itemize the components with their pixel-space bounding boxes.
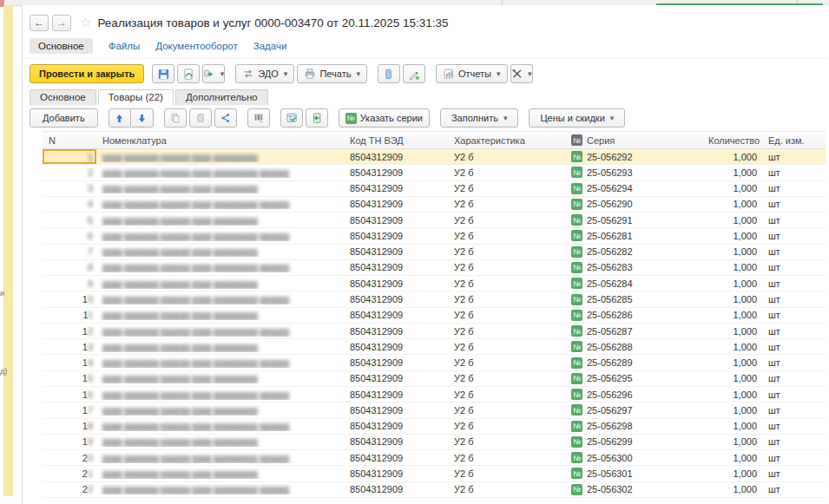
cell-series[interactable]: 25-056299 [565,436,708,448]
page-tab-tovary[interactable]: Товары (22) [98,89,174,105]
table-row[interactable]: 14████ ███████ ██████ ████ █████████ ███… [43,355,826,370]
cell-n[interactable]: 7 [43,246,96,257]
cell-nomenclature[interactable]: ████ ███████ ██████ ████ █████████ [96,436,344,447]
cell-characteristic[interactable]: У2 б [448,246,565,257]
cell-quantity[interactable]: 1,000 [708,310,762,320]
cell-tn-ved[interactable]: 8504312909 [344,310,448,320]
cell-unit[interactable]: шт [762,278,826,289]
cell-characteristic[interactable]: У2 б [448,484,565,494]
cell-nomenclature[interactable]: ████ ███████ ██████ ████ █████████ [96,215,344,226]
move-down-button[interactable] [131,108,154,128]
cell-series[interactable]: 25-056288 [565,341,708,352]
cell-tn-ved[interactable]: 8504312909 [344,152,448,162]
cell-unit[interactable]: шт [762,436,826,447]
table-row[interactable]: 16████ ███████ ██████ ████ █████████ ███… [43,387,826,403]
cell-tn-ved[interactable]: 8504312909 [344,278,448,289]
cell-series[interactable]: 25-056281 [565,230,708,241]
cell-characteristic[interactable]: У2 б [448,436,565,447]
cell-series[interactable]: 25-056284 [565,278,708,289]
cell-characteristic[interactable]: У2 б [448,278,565,289]
cell-tn-ved[interactable]: 8504312909 [344,468,448,479]
cell-characteristic[interactable]: У2 б [448,373,565,383]
cell-characteristic[interactable]: У2 б [448,199,565,209]
cell-nomenclature[interactable]: ████ ███████ ██████ ████ █████████ [96,342,344,352]
cell-unit[interactable]: шт [762,294,826,304]
cell-characteristic[interactable]: У2 б [448,357,565,368]
cell-series[interactable]: 25-056302 [565,484,708,495]
cell-quantity[interactable]: 1,000 [708,453,762,463]
cell-n[interactable]: 1 [43,149,96,164]
cell-tn-ved[interactable]: 8504312909 [344,484,448,494]
cell-tn-ved[interactable]: 8504312909 [344,405,448,416]
table-row[interactable]: 10████ ███████ ██████ ████ █████████ ███… [43,291,826,307]
cell-n[interactable]: 21 [43,468,96,479]
table-row[interactable]: 13████ ███████ ██████ ████ █████████8504… [43,339,826,355]
cell-series[interactable]: 25-056300 [565,452,708,463]
cell-tn-ved[interactable]: 8504312909 [344,453,448,463]
cell-characteristic[interactable]: У2 б [448,468,565,479]
column-header-nomenclature[interactable]: Номенклатура [96,135,344,146]
back-button[interactable] [30,15,49,31]
table-row[interactable]: 21████ ███████ ██████ ████ █████████8504… [43,466,826,481]
cell-characteristic[interactable]: У2 б [448,215,565,226]
column-header-unit[interactable]: Ед. изм. [762,135,826,146]
cell-quantity[interactable]: 1,000 [708,484,762,494]
cell-n[interactable]: 19 [43,436,96,447]
table-row[interactable]: 20████ ███████ ██████ ████ █████████ ███… [43,450,826,466]
cell-n[interactable]: 12 [43,326,96,337]
column-header-quantity[interactable]: Количество [708,135,762,146]
cell-quantity[interactable]: 1,000 [708,231,762,241]
cell-series[interactable]: 25-056286 [565,310,708,321]
cell-series[interactable]: 25-056291 [565,214,708,226]
cell-quantity[interactable]: 1,000 [708,278,762,289]
table-row[interactable]: 8████ ███████ ██████ ████ █████████ ████… [43,260,826,276]
tools-button[interactable] [510,64,533,83]
cell-series[interactable]: 25-056287 [565,325,708,337]
save-button[interactable] [152,64,174,83]
cell-series[interactable]: 25-056293 [565,167,708,178]
cell-nomenclature[interactable]: ████ ███████ ██████ ████ █████████ [96,152,344,162]
cell-tn-ved[interactable]: 8504312909 [344,199,448,209]
cell-n[interactable]: 2 [43,167,96,178]
cell-tn-ved[interactable]: 8504312909 [344,357,448,368]
cell-n[interactable]: 4 [43,199,96,209]
cell-n[interactable]: 18 [43,421,96,431]
cell-quantity[interactable]: 1,000 [708,373,762,383]
cell-nomenclature[interactable]: ████ ███████ ██████ ████ █████████ █████… [96,357,344,368]
cell-unit[interactable]: шт [762,389,826,400]
cell-series[interactable]: 25-056295 [565,373,708,384]
cell-quantity[interactable]: 1,000 [708,326,762,337]
table-row[interactable]: 11████ ███████ ██████ ████ █████████8504… [43,308,826,324]
nav-tab-osnovnoe[interactable]: Основное [30,38,93,54]
cell-n[interactable]: 15 [43,373,96,383]
device-button[interactable] [378,64,400,83]
cell-quantity[interactable]: 1,000 [708,342,762,352]
table-row[interactable]: 17████ ███████ ██████ ████ █████████8504… [43,403,826,418]
cell-series[interactable]: 25-056301 [565,468,708,479]
cell-nomenclature[interactable]: ████ ███████ ██████ ████ █████████ █████… [96,294,344,304]
cell-quantity[interactable]: 1,000 [708,421,762,431]
fill-button[interactable]: Заполнить [440,108,519,128]
cell-unit[interactable]: шт [762,310,826,320]
edo-button[interactable]: ЭДО [235,64,294,83]
table-row[interactable]: 15████ ███████ ██████ ████ █████████8504… [43,371,826,387]
cell-quantity[interactable]: 1,000 [708,246,762,257]
cell-tn-ved[interactable]: 8504312909 [344,421,448,431]
fill-by-selection-button[interactable] [280,108,303,128]
column-header-n[interactable]: N [43,135,96,146]
cell-quantity[interactable]: 1,000 [708,389,762,400]
cell-quantity[interactable]: 1,000 [708,436,762,447]
cell-series[interactable]: 25-056289 [565,357,708,369]
cell-quantity[interactable]: 1,000 [708,199,762,209]
cell-quantity[interactable]: 1,000 [708,183,762,193]
cell-series[interactable]: 25-056292 [565,151,708,162]
cell-characteristic[interactable]: У2 б [448,326,565,337]
cell-characteristic[interactable]: У2 б [448,310,565,320]
cell-series[interactable]: 25-056297 [565,404,708,416]
cell-quantity[interactable]: 1,000 [708,167,762,178]
cell-characteristic[interactable]: У2 б [448,231,565,241]
table-row[interactable]: 7████ ███████ ██████ ████ █████████85043… [43,245,826,260]
cell-series[interactable]: 25-056294 [565,183,708,194]
cell-nomenclature[interactable]: ████ ███████ ██████ ████ █████████ [96,278,344,289]
cell-n[interactable]: 9 [43,278,96,289]
